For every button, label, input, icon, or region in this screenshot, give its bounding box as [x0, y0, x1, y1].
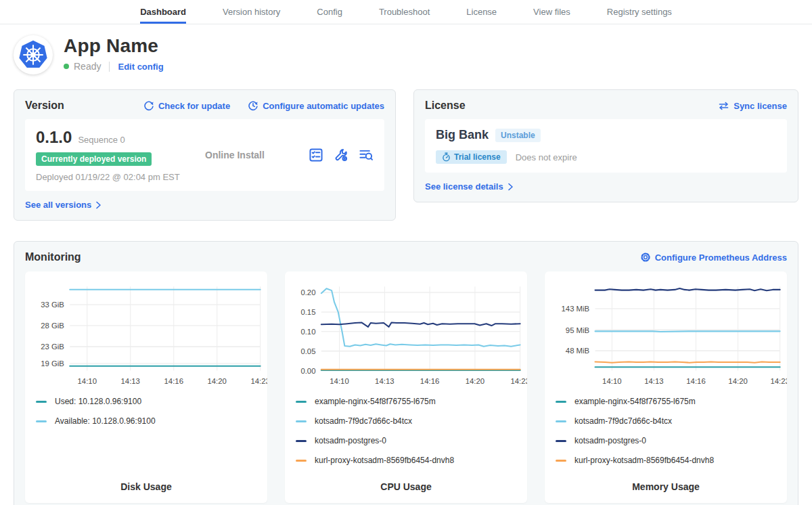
sync-license-button[interactable]: Sync license — [718, 101, 787, 111]
disk-usage-chart-card: 19 GiB23 GiB28 GiB33 GiB14:1014:1314:161… — [25, 271, 267, 503]
license-type-badge: Trial license — [436, 150, 507, 164]
top-navigation: Dashboard Version history Config Trouble… — [0, 0, 812, 24]
tab-config[interactable]: Config — [317, 0, 342, 24]
divider — [109, 62, 110, 72]
svg-text:23 GiB: 23 GiB — [41, 343, 64, 351]
clock-schedule-icon — [248, 100, 258, 111]
chart-title: Memory Usage — [545, 481, 787, 503]
kubernetes-icon — [18, 39, 49, 70]
see-license-details-link[interactable]: See license details — [425, 181, 514, 192]
legend-item: Used: 10.128.0.96:9100 — [36, 397, 267, 406]
series-swatch — [556, 420, 566, 422]
channel-badge: Unstable — [495, 129, 541, 142]
legend-item: kurl-proxy-kotsadm-8569fb6454-dnvh8 — [556, 456, 787, 465]
disk-usage-plot: 19 GiB23 GiB28 GiB33 GiB14:1014:1314:161… — [25, 280, 267, 390]
chart-title: CPU Usage — [285, 481, 527, 503]
svg-text:0.15: 0.15 — [300, 308, 315, 316]
series-label: kotsadm-postgres-0 — [574, 436, 646, 445]
check-for-update-button[interactable]: Check for update — [143, 100, 230, 111]
svg-text:0.20: 0.20 — [300, 288, 315, 297]
configure-automatic-updates-button[interactable]: Configure automatic updates — [248, 100, 384, 111]
svg-text:14:23: 14:23 — [510, 377, 527, 385]
series-label: kurl-proxy-kotsadm-8569fb6454-dnvh8 — [315, 456, 454, 465]
tab-version-history[interactable]: Version history — [223, 0, 280, 24]
current-version-card: 0.1.0 Sequence 0 Currently deployed vers… — [25, 119, 384, 191]
svg-text:14:20: 14:20 — [207, 377, 226, 385]
license-detail-card: Big Bank Unstable Trial license Does not… — [425, 119, 787, 173]
view-logs-icon[interactable] — [359, 148, 374, 162]
tab-view-files[interactable]: View files — [533, 0, 570, 24]
svg-text:14:20: 14:20 — [728, 377, 747, 385]
expiry-label: Does not expire — [516, 152, 577, 162]
legend-item: kotsadm-7f9dc7d66c-b4tcx — [556, 416, 787, 426]
memory-usage-plot: 48 MiB95 MiB143 MiB14:1014:1314:1614:201… — [545, 280, 787, 390]
status-badge: Ready — [74, 61, 101, 72]
tab-dashboard[interactable]: Dashboard — [140, 0, 186, 24]
status-dot — [64, 64, 69, 69]
chart-title: Disk Usage — [25, 481, 267, 503]
svg-text:0.05: 0.05 — [300, 347, 315, 355]
cpu-usage-chart-card: 0.000.050.100.150.2014:1014:1314:1614:20… — [285, 271, 527, 503]
svg-text:14:10: 14:10 — [330, 377, 348, 385]
series-label: kotsadm-postgres-0 — [315, 436, 386, 445]
configure-prometheus-button[interactable]: Configure Prometheus Address — [640, 252, 787, 263]
see-all-versions-link[interactable]: See all versions — [25, 200, 102, 210]
chevron-right-icon — [95, 201, 102, 209]
series-swatch — [296, 460, 307, 462]
monitoring-panel: Monitoring Configure Prometheus Address … — [14, 241, 798, 505]
svg-text:14:13: 14:13 — [644, 377, 663, 385]
preflight-checks-icon[interactable] — [309, 148, 323, 162]
series-swatch — [36, 401, 47, 403]
cpu-usage-plot: 0.000.050.100.150.2014:1014:1314:1614:20… — [285, 280, 527, 390]
series-label: example-nginx-54f8f76755-l675m — [574, 397, 696, 406]
series-label: Available: 10.128.0.96:9100 — [55, 416, 156, 426]
svg-text:14:16: 14:16 — [164, 377, 183, 385]
svg-text:14:13: 14:13 — [375, 377, 394, 385]
series-label: kurl-proxy-kotsadm-8569fb6454-dnvh8 — [574, 456, 714, 465]
install-type-label: Online Install — [205, 150, 309, 160]
svg-text:14:20: 14:20 — [466, 377, 484, 385]
svg-text:14:13: 14:13 — [120, 377, 139, 385]
svg-text:19 GiB: 19 GiB — [41, 359, 64, 368]
series-swatch — [36, 420, 47, 422]
svg-text:14:10: 14:10 — [602, 377, 621, 385]
svg-text:14:23: 14:23 — [770, 377, 787, 385]
svg-text:14:23: 14:23 — [250, 377, 267, 385]
svg-text:14:10: 14:10 — [78, 377, 97, 385]
svg-text:95 MiB: 95 MiB — [566, 326, 589, 334]
sequence-label: Sequence 0 — [78, 135, 125, 145]
deployed-timestamp: Deployed 01/19/22 @ 02:04 pm EST — [36, 172, 205, 182]
config-wrench-icon[interactable] — [334, 148, 348, 162]
series-label: example-nginx-54f8f76755-l675m — [315, 397, 436, 406]
svg-text:0.00: 0.00 — [300, 367, 315, 375]
series-swatch — [296, 401, 307, 403]
tab-license[interactable]: License — [466, 0, 497, 24]
svg-text:14:16: 14:16 — [686, 377, 705, 385]
refresh-icon — [143, 100, 154, 111]
chevron-right-icon — [508, 183, 514, 191]
series-label: Used: 10.128.0.96:9100 — [55, 397, 141, 406]
stopwatch-icon — [442, 152, 451, 162]
svg-text:143 MiB: 143 MiB — [561, 305, 589, 313]
series-swatch — [296, 440, 307, 442]
legend-item: Available: 10.128.0.96:9100 — [36, 416, 267, 426]
legend-item: kotsadm-postgres-0 — [556, 436, 787, 445]
legend-item: example-nginx-54f8f76755-l675m — [296, 397, 527, 406]
series-label: kotsadm-7f9dc7d66c-b4tcx — [315, 416, 412, 426]
disk-usage-legend: Used: 10.128.0.96:9100Available: 10.128.… — [25, 390, 267, 436]
app-header: App Name Ready Edit config — [14, 35, 798, 74]
legend-item: kotsadm-postgres-0 — [296, 436, 527, 445]
memory-usage-chart-card: 48 MiB95 MiB143 MiB14:1014:1314:1614:201… — [545, 271, 787, 503]
page-title: App Name — [64, 35, 164, 57]
tab-troubleshoot[interactable]: Troubleshoot — [379, 0, 430, 24]
series-swatch — [556, 440, 566, 442]
tab-registry-settings[interactable]: Registry settings — [607, 0, 672, 24]
svg-text:14:16: 14:16 — [420, 377, 439, 385]
series-swatch — [296, 420, 307, 422]
edit-config-link[interactable]: Edit config — [118, 62, 163, 72]
version-panel-title: Version — [25, 100, 64, 112]
app-logo — [14, 35, 53, 74]
version-number: 0.1.0 — [36, 128, 72, 147]
gear-icon — [640, 252, 651, 263]
series-swatch — [556, 460, 566, 462]
